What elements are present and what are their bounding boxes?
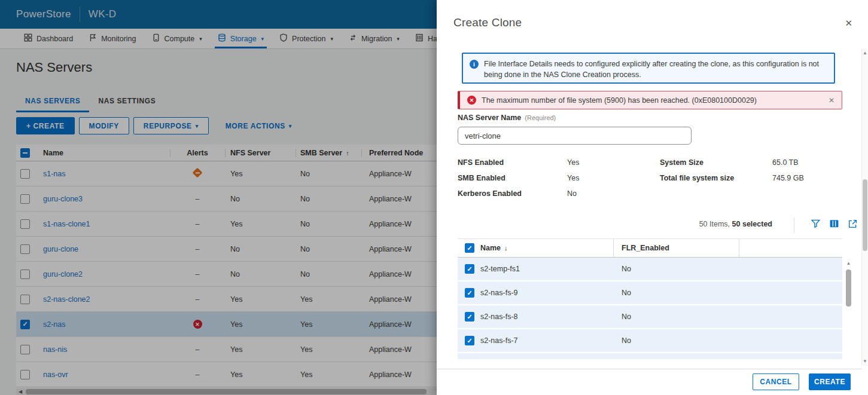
error-close-icon[interactable]: ✕: [829, 96, 835, 105]
fs-row-checkbox[interactable]: [465, 288, 474, 298]
error-circle-icon: ✕: [467, 96, 476, 105]
required-hint: (Required): [525, 114, 556, 121]
nas-server-name-input[interactable]: [458, 127, 692, 145]
fs-column-header-name[interactable]: Name↓: [480, 244, 613, 252]
fs-row-checkbox[interactable]: [465, 264, 474, 274]
info-alert: i File Interface Details needs to config…: [462, 53, 835, 84]
columns-icon[interactable]: [829, 219, 839, 229]
fs-row-checkbox[interactable]: [465, 312, 474, 321]
drawer-footer: CANCEL CREATE: [437, 369, 862, 395]
fs-column-header-flr[interactable]: FLR_Enabled: [613, 239, 739, 257]
selection-summary: 50 Items, 50 selected: [699, 220, 772, 228]
scroll-up-icon[interactable]: ▲: [862, 49, 868, 57]
selection-toolbar: 50 Items, 50 selected: [458, 219, 842, 231]
nas-server-name-label: NAS Server Name(Required): [458, 114, 556, 122]
sort-descending-icon: ↓: [504, 244, 508, 252]
fs-table-row[interactable]: s2-nas-fs-8 No: [458, 305, 842, 329]
fs-row-checkbox[interactable]: [465, 336, 474, 345]
fs-select-all-checkbox[interactable]: [465, 243, 474, 253]
info-icon: i: [470, 60, 479, 69]
file-systems-table: Name↓ FLR_Enabled s2-temp-fs1 No s2-nas-…: [458, 238, 842, 359]
export-icon[interactable]: [848, 219, 858, 229]
scrollbar-thumb[interactable]: [863, 179, 867, 251]
screen: PowerStore WK-D Dashboard Monitoring Com…: [0, 0, 868, 395]
create-clone-drawer: Create Clone ✕ i File Interface Details …: [437, 0, 868, 395]
fs-table-row[interactable]: s2-nas-fs-7 No: [458, 329, 842, 353]
scroll-down-icon[interactable]: ▼: [862, 357, 868, 366]
detail-kerberos-enabled: Kerberos Enabled No: [458, 189, 577, 198]
fs-table-row[interactable]: s2-temp-fs1 No: [458, 258, 842, 281]
detail-system-size: System Size 65.0 TB: [660, 158, 799, 167]
toolbar-divider: [794, 218, 794, 233]
detail-smb-enabled: SMB Enabled Yes: [458, 174, 579, 182]
info-alert-text: File Interface Details needs to configur…: [484, 59, 827, 78]
detail-total-fs-size: Total file system size 745.9 GB: [660, 174, 804, 182]
error-alert-text: The maximum number of file system (5900)…: [482, 96, 757, 105]
drawer-title: Create Clone: [453, 16, 522, 29]
error-alert: ✕ The maximum number of file system (590…: [458, 91, 842, 109]
create-clone-button[interactable]: CREATE: [809, 373, 851, 390]
drawer-scrollbar[interactable]: ▲ ▼: [861, 49, 868, 366]
fs-table-row[interactable]: s2-nas-fs-9 No: [458, 281, 842, 305]
fs-table-row-partial: [458, 353, 842, 359]
filter-icon[interactable]: [811, 219, 821, 229]
fs-table-scrollbar[interactable]: ▲: [845, 260, 852, 363]
cancel-button[interactable]: CANCEL: [753, 373, 799, 390]
detail-nfs-enabled: NFS Enabled Yes: [458, 158, 579, 167]
fs-column-empty: [739, 239, 842, 257]
close-icon[interactable]: ✕: [845, 18, 852, 29]
fs-table-header: Name↓ FLR_Enabled: [458, 238, 842, 258]
scrollbar-thumb[interactable]: [846, 270, 851, 307]
scroll-up-icon[interactable]: ▲: [845, 260, 852, 267]
